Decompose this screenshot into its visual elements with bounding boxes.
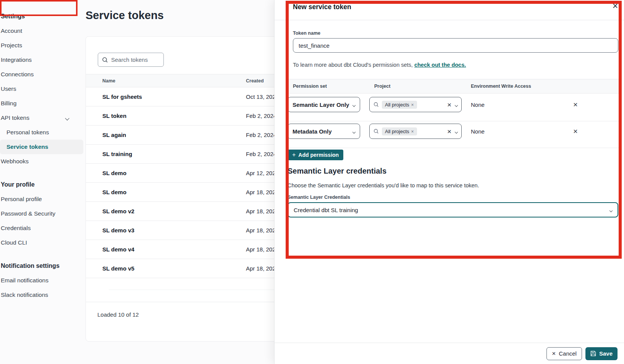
project-multiselect[interactable]: All projects× × <box>369 124 462 139</box>
permission-set-value: Semantic Layer Only <box>293 101 349 108</box>
close-icon: × <box>552 350 556 357</box>
chevron-down-icon <box>66 114 69 121</box>
row-divider <box>289 148 619 148</box>
sidebar-header-settings: Settings <box>0 9 81 24</box>
project-chip-label: All projects <box>385 102 409 108</box>
sidebar-item-cloud-cli[interactable]: Cloud CLI <box>0 235 81 250</box>
app-root: Settings Account Projects Integrations C… <box>0 0 624 364</box>
loaded-status: Loaded 10 of 12 <box>97 311 139 318</box>
remove-permission-icon[interactable]: × <box>573 101 578 108</box>
env-write-access-value: None <box>471 128 485 135</box>
save-icon <box>590 351 596 356</box>
sidebar-item-label: API tokens <box>1 114 29 121</box>
sidebar-item-integrations[interactable]: Integrations <box>0 53 81 67</box>
token-name: SL again <box>102 132 126 138</box>
column-header-permission-set: Permission set <box>293 84 327 89</box>
sidebar-item-connections[interactable]: Connections <box>0 67 81 82</box>
save-label: Save <box>599 350 613 357</box>
sidebar-item-service-tokens[interactable]: Service tokens <box>0 140 83 154</box>
search-tokens-box[interactable] <box>98 53 164 67</box>
semantic-layer-credentials-label: Semantic Layer Credentials <box>288 195 350 200</box>
add-permission-button[interactable]: + Add permission <box>288 150 343 160</box>
chevron-down-icon <box>353 101 355 108</box>
sidebar-item-billing[interactable]: Billing <box>0 96 81 111</box>
drawer-header: New service token × <box>275 0 624 20</box>
credential-select-value: Credential dbt SL training <box>294 207 358 213</box>
cancel-button[interactable]: × Cancel <box>546 347 582 360</box>
token-name: SL demo <box>102 170 126 176</box>
save-button[interactable]: Save <box>585 347 618 360</box>
token-name: SL for gsheets <box>102 93 142 100</box>
column-header-created: Created <box>246 78 264 84</box>
token-name: SL training <box>102 151 132 157</box>
docs-helper-text: To learn more about dbt Cloud's permissi… <box>293 62 466 68</box>
permission-set-value: Metadata Only <box>293 128 332 135</box>
sidebar-item-slack-notifications[interactable]: Slack notifications <box>0 288 81 302</box>
cancel-label: Cancel <box>559 350 577 357</box>
new-service-token-drawer: New service token × Token name To learn … <box>274 0 624 364</box>
close-icon[interactable]: × <box>609 0 621 11</box>
token-name: SL demo v4 <box>102 246 134 253</box>
chip-remove-icon[interactable]: × <box>411 102 414 108</box>
clear-selection-icon[interactable]: × <box>447 101 451 108</box>
sidebar-item-users[interactable]: Users <box>0 82 81 96</box>
sidebar-item-personal-profile[interactable]: Personal profile <box>0 192 81 206</box>
remove-permission-icon[interactable]: × <box>573 127 578 135</box>
search-icon <box>102 57 108 63</box>
chevron-down-icon <box>455 101 457 108</box>
sidebar-item-password-security[interactable]: Password & Security <box>0 206 81 221</box>
sidebar-header-notification-settings: Notification settings <box>0 259 81 273</box>
token-name-label: Token name <box>293 31 320 36</box>
sidebar-item-account[interactable]: Account <box>0 24 81 38</box>
semantic-layer-credentials-description: Choose the Semantic Layer credentials yo… <box>288 182 479 188</box>
token-name-input[interactable] <box>293 38 618 53</box>
token-name: SL demo v3 <box>102 227 134 234</box>
token-name: SL token <box>102 113 126 119</box>
chevron-down-icon <box>610 206 612 213</box>
drawer-footer: × Cancel Save <box>275 343 624 364</box>
drawer-title: New service token <box>293 3 351 11</box>
sidebar-item-email-notifications[interactable]: Email notifications <box>0 273 81 288</box>
permission-set-select[interactable]: Semantic Layer Only <box>288 97 360 112</box>
semantic-layer-credentials-heading: Semantic Layer credentials <box>288 167 386 176</box>
sidebar-item-api-tokens[interactable]: API tokens <box>0 111 81 125</box>
chevron-down-icon <box>455 128 457 135</box>
permission-table-header: Permission set Project Environment Write… <box>289 79 619 93</box>
sidebar-header-your-profile: Your profile <box>0 177 81 192</box>
sidebar-item-personal-tokens[interactable]: Personal tokens <box>0 125 81 140</box>
sidebar-item-webhooks[interactable]: Webhooks <box>0 154 81 169</box>
env-write-access-value: None <box>471 101 485 108</box>
token-name: SL demo <box>102 189 126 195</box>
project-multiselect[interactable]: All projects× × <box>369 97 462 112</box>
docs-link[interactable]: check out the docs. <box>414 62 466 68</box>
project-chip[interactable]: All projects× <box>382 127 417 135</box>
row-divider <box>289 121 619 121</box>
page-title: Service tokens <box>86 9 164 22</box>
clear-selection-icon[interactable]: × <box>447 128 451 135</box>
project-chip[interactable]: All projects× <box>382 101 417 109</box>
plus-icon: + <box>292 151 296 158</box>
project-chip-label: All projects <box>385 129 409 134</box>
column-header-env-write-access: Environment Write Access <box>471 84 531 89</box>
sidebar-item-credentials[interactable]: Credentials <box>0 221 81 235</box>
search-tokens-input[interactable] <box>111 56 157 63</box>
add-permission-label: Add permission <box>298 152 339 158</box>
sidebar-item-projects[interactable]: Projects <box>0 38 81 53</box>
token-name: SL demo v2 <box>102 208 134 214</box>
search-icon <box>373 102 379 107</box>
token-name: SL demo v5 <box>102 265 134 272</box>
semantic-layer-credentials-select[interactable]: Credential dbt SL training <box>288 202 618 217</box>
search-icon <box>373 129 379 134</box>
chevron-down-icon <box>353 128 355 135</box>
permission-set-select[interactable]: Metadata Only <box>288 124 360 139</box>
chip-remove-icon[interactable]: × <box>411 129 414 134</box>
settings-sidebar: Settings Account Projects Integrations C… <box>0 0 81 302</box>
column-header-name: Name <box>102 78 115 84</box>
docs-text: To learn more about dbt Cloud's permissi… <box>293 62 414 68</box>
column-header-project: Project <box>374 84 390 89</box>
